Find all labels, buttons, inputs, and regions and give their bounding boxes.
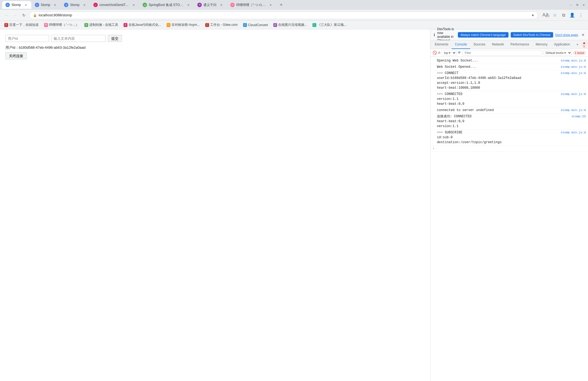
tab-close-4[interactable]: ✕ <box>131 3 136 7</box>
tab-stomp-3[interactable]: S Stomp ✕ <box>61 1 90 9</box>
console-source-1[interactable]: stomp.min.js:8 <box>559 58 586 63</box>
bookmark-compress[interactable]: 压 在线图片压缩视频... <box>271 22 309 28</box>
reload-button[interactable]: ↻ <box>21 12 27 19</box>
clear-console-icon[interactable]: 🚫 <box>433 51 437 55</box>
menu-icon[interactable]: ⋮ <box>577 11 585 19</box>
tab-title-1: Stomp <box>11 3 21 7</box>
tab-close-2[interactable]: ✕ <box>53 3 57 7</box>
close-connection-button[interactable]: 关闭连接 <box>5 52 27 59</box>
bookmark-label-gitee: 工作台 - Gitee.com <box>210 23 238 27</box>
console-line-1: Opening Web Socket... stomp.min.js:8 <box>430 58 588 64</box>
console-source-4[interactable]: stomp.min.js:8 <box>559 92 586 97</box>
back-button[interactable]: ← <box>3 12 10 19</box>
bookmark-baidu[interactable]: 百 百度一下，你就知道 <box>2 22 41 28</box>
message-input[interactable] <box>51 35 106 42</box>
bookmark-favicon-humor: Hu <box>167 23 170 27</box>
console-expand-bottom: › <box>430 146 588 152</box>
bookmark-cloudconvert[interactable]: Cl CloudConvert <box>241 22 270 28</box>
tab-close-6[interactable]: ✕ <box>219 3 223 7</box>
console-line-2: Web Socket Opened... stomp.min.js:8 <box>430 64 588 70</box>
tab-tongyi[interactable]: 通 通义千问 ✕ <box>194 1 227 9</box>
tab-title-3: Stomp <box>70 3 79 7</box>
forward-button[interactable]: → <box>12 12 19 19</box>
expand-icon-4 <box>433 92 436 97</box>
bookmark-favicon-sandalian: 三 <box>313 23 316 27</box>
bottom-expand-icon[interactable]: › <box>433 146 434 151</box>
notification-icon: ℹ <box>434 33 435 37</box>
submit-button[interactable]: 提交 <box>108 35 122 42</box>
context-selector[interactable]: top ▾ <box>442 50 457 56</box>
bookmark-convert[interactable]: 进 进制转换 - 在线工具 <box>82 22 121 28</box>
tab-favicon-6: 通 <box>197 3 202 7</box>
tab-close-5[interactable]: ✕ <box>186 3 191 7</box>
profile-icon[interactable]: 👤 <box>568 11 576 19</box>
bookmark-label-sandalian: 《三大队》第12集... <box>317 23 347 27</box>
bookmark-bilibili[interactable]: 哔 哔哩哔哩（·'··つ·...） <box>42 22 81 28</box>
bookmark-gitee[interactable]: 工 工作台 - Gitee.com <box>203 22 240 28</box>
user-id-label: 用户id： <box>5 45 19 50</box>
devtools-tab-performance[interactable]: Performance <box>507 40 532 49</box>
tab-stomp-2[interactable]: S Stomp ✕ <box>32 1 61 9</box>
devtools-tab-memory[interactable]: Memory <box>532 40 551 49</box>
dismiss-notification-button[interactable]: Don't show again <box>555 33 578 36</box>
tab-close-1[interactable]: ✕ <box>24 3 28 7</box>
console-source-2[interactable]: stomp.min.js:8 <box>559 64 586 69</box>
console-source-7[interactable]: stomp.min.js:8 <box>559 130 586 135</box>
connect-userid: userId:b180d588-47eb-4496-ab63-3a12fe2a0… <box>437 76 521 81</box>
bookmark-label-baidu: 百度一下，你就知道 <box>9 23 39 27</box>
user-id-value: b180d588-47eb-4496-ab63-3a12fe2a0aad <box>19 45 85 50</box>
extensions-icon[interactable]: ⧉ <box>560 11 567 19</box>
devtools-tabs: Elements Console Sources Network Perform… <box>430 40 588 49</box>
tab-bilibili[interactable]: 哔 哔哩哔哩（"·つ·ロ 千杯...b ✕ <box>227 1 276 9</box>
match-language-button[interactable]: Always match Chrome's language <box>458 32 509 38</box>
connected-heartbeat: heart-beat:0,0 <box>437 102 464 106</box>
filter-input[interactable] <box>462 50 542 56</box>
tab-stomp-1[interactable]: S Stomp ✕ <box>2 1 31 9</box>
devtools-tab-sources[interactable]: Sources <box>470 40 489 49</box>
bookmark-icon[interactable]: ☆ <box>551 11 559 19</box>
tab-favicon-7: 哔 <box>230 3 235 7</box>
minimize-button[interactable]: ─ <box>568 3 573 7</box>
expand-icon-3 <box>433 71 436 76</box>
devtools-tab-network[interactable]: Network <box>489 40 507 49</box>
console-source-6[interactable]: stomp:25 <box>569 114 586 119</box>
toolbar-icons: Aあ ☆ ⧉ 👤 ⋮ <box>542 11 585 19</box>
bookmark-humor[interactable]: Hu 非对称加密-Asym... <box>164 22 202 28</box>
restore-button[interactable]: ⧉ <box>575 3 579 7</box>
bookmark-favicon-cloudconvert: Cl <box>243 23 247 27</box>
devtools-tab-elements[interactable]: Elements <box>431 40 452 49</box>
devtools-tab-more[interactable]: » <box>573 40 582 49</box>
tab-title-5: SpringBoot 集成 STOMP 实习 <box>149 3 183 7</box>
console-text-5: connected to server undefined <box>437 108 559 113</box>
notification-close-icon[interactable]: ✕ <box>581 33 585 37</box>
address-input[interactable]: 🔒 localhost:8088/stomp ★ <box>29 11 538 19</box>
bookmark-sandalian[interactable]: 三 《三大队》第12集... <box>310 22 349 28</box>
console-text-7: >>> SUBSCRIBE <box>437 130 559 135</box>
expand-icon-7 <box>433 130 436 135</box>
issue-count: 1 issue <box>575 51 584 54</box>
devtools-tab-application[interactable]: Application <box>551 40 573 49</box>
switch-devtools-button[interactable]: Switch DevTools to Chinese <box>511 32 553 38</box>
tab-springboot[interactable]: SB SpringBoot 集成 STOMP 实习 ✕ <box>139 1 194 9</box>
eye-icon[interactable]: 👁 <box>458 51 461 55</box>
devtools-panel: ℹ DevTools is now available in Chinese! … <box>430 29 588 381</box>
main-area: 提交 用户id：b180d588-47eb-4496-ab63-3a12fe2a… <box>0 29 588 381</box>
tab-title-6: 通义千问 <box>203 3 216 7</box>
log-level-selector[interactable]: Default levels ▾ <box>543 50 572 56</box>
console-source-5[interactable]: stomp.min.js:8 <box>559 108 586 113</box>
console-text-1: Opening Web Socket... <box>437 58 559 63</box>
translate-icon[interactable]: Aあ <box>542 11 550 19</box>
close-button[interactable]: ✕ <box>581 3 586 7</box>
address-text: localhost:8088/stomp <box>39 13 72 17</box>
tab-close-7[interactable]: ✕ <box>268 3 273 7</box>
new-tab-button[interactable]: + <box>277 1 285 9</box>
console-line-6: 连接成功: CONNECTED stomp:25 heart-beat:0,0 … <box>430 113 588 130</box>
console-source-3[interactable]: stomp.min.js:8 <box>559 71 586 76</box>
bookmark-label-humor: 非对称加密-Asym... <box>171 23 200 27</box>
tab-close-3[interactable]: ✕ <box>82 3 87 7</box>
devtools-tab-console[interactable]: Console <box>452 40 470 49</box>
filter-icon[interactable]: ⊘ <box>438 51 440 54</box>
tab-convert[interactable]: C convertAndSendToUser示例 ✕ <box>90 1 139 9</box>
user-id-input[interactable] <box>5 35 49 42</box>
bookmark-java[interactable]: 在 在线Java代码格式化... <box>121 22 163 28</box>
